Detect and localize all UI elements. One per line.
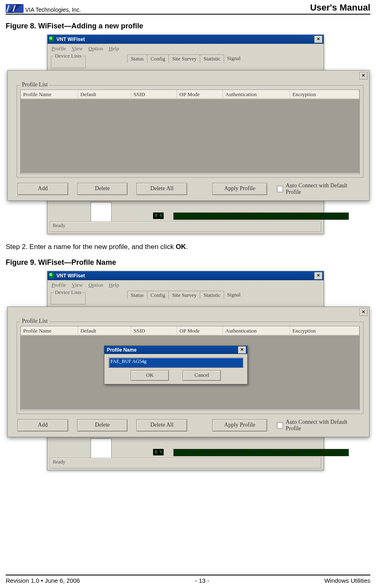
delete-all-button[interactable]: Delete All bbox=[136, 419, 187, 431]
figure9-title: Figure 9. WiFiset—Profile Name bbox=[6, 258, 370, 267]
device-slot bbox=[91, 202, 112, 224]
profile-dialog: × Profile List Profile Name Default SSID… bbox=[7, 70, 370, 201]
col-profile-name[interactable]: Profile Name bbox=[21, 90, 78, 99]
step2-bold: OK bbox=[176, 243, 186, 251]
menu-profile[interactable]: Profile bbox=[52, 282, 66, 288]
profile-name-input[interactable]: FAE_BUF AG54g bbox=[108, 357, 243, 368]
menu-option[interactable]: Option bbox=[89, 45, 103, 52]
col-profile-name[interactable]: Profile Name bbox=[21, 326, 78, 335]
tab-site-survey[interactable]: Site Survey bbox=[169, 54, 200, 63]
signal-track bbox=[173, 449, 349, 456]
figure8-stage: VNT WiFiset × Profile View Option Help D… bbox=[7, 34, 369, 233]
tab-config[interactable]: Config bbox=[147, 54, 169, 63]
tab-site-survey[interactable]: Site Survey bbox=[169, 291, 200, 299]
status-bar: Ready bbox=[50, 221, 321, 232]
col-op-mode[interactable]: OP Mode bbox=[177, 326, 223, 335]
cancel-button[interactable]: Cancel bbox=[183, 370, 221, 381]
window-title: VNT WiFiset bbox=[56, 273, 85, 279]
col-op-mode[interactable]: OP Mode bbox=[177, 90, 223, 99]
menu-view[interactable]: View bbox=[71, 45, 82, 52]
via-logo-icon bbox=[6, 4, 24, 13]
listview-body[interactable] bbox=[21, 99, 359, 173]
tab-status[interactable]: Status bbox=[127, 291, 147, 299]
col-default[interactable]: Default bbox=[78, 90, 131, 99]
profile-list-label: Profile List bbox=[20, 318, 49, 324]
listview-header: Profile Name Default SSID OP Mode Authen… bbox=[21, 326, 359, 336]
company-name: VIA Technologies, Inc. bbox=[25, 6, 81, 13]
close-icon[interactable]: × bbox=[314, 272, 322, 279]
signal-track bbox=[173, 212, 349, 220]
menubar: Profile View Option Help bbox=[48, 44, 324, 54]
step2-suffix: . bbox=[186, 243, 188, 251]
tab-config[interactable]: Config bbox=[147, 291, 169, 299]
menu-help[interactable]: Help bbox=[109, 45, 119, 52]
add-button[interactable]: Add bbox=[17, 183, 68, 195]
app-icon bbox=[49, 273, 55, 279]
col-authentication[interactable]: Authentication bbox=[223, 326, 290, 335]
col-encryption[interactable]: Encryption bbox=[290, 90, 359, 99]
auto-connect-label: Auto Connect with Default Profile bbox=[285, 182, 363, 195]
document-page: VIA Technologies, Inc. User's Manual Fig… bbox=[0, 0, 376, 588]
page-header: VIA Technologies, Inc. User's Manual bbox=[6, 2, 370, 15]
apply-profile-button[interactable]: Apply Profile bbox=[212, 419, 267, 431]
delete-button[interactable]: Delete bbox=[77, 183, 128, 195]
col-default[interactable]: Default bbox=[78, 326, 131, 335]
close-icon[interactable]: × bbox=[314, 36, 322, 43]
device-slot bbox=[91, 438, 112, 460]
step2-prefix: Step 2. Enter a name for the new profile… bbox=[6, 243, 176, 251]
tab-statistic[interactable]: Statistic bbox=[200, 291, 224, 299]
signal-percent: 0 % bbox=[153, 212, 164, 219]
col-ssid[interactable]: SSID bbox=[131, 326, 177, 335]
device-lists-label: Device Lists bbox=[54, 53, 82, 59]
col-authentication[interactable]: Authentication bbox=[223, 90, 290, 99]
menu-profile[interactable]: Profile bbox=[52, 45, 66, 52]
titlebar: VNT WiFiset × bbox=[48, 35, 324, 44]
col-encryption[interactable]: Encryption bbox=[290, 326, 359, 335]
signal-percent: 0 % bbox=[153, 449, 164, 455]
close-icon[interactable]: × bbox=[359, 72, 367, 79]
profile-listview[interactable]: Profile Name Default SSID OP Mode Authen… bbox=[20, 90, 360, 174]
window-title: VNT WiFiset bbox=[56, 36, 85, 42]
menu-option[interactable]: Option bbox=[89, 282, 103, 288]
profile-name-popup: Profile Name × FAE_BUF AG54g OK Cancel bbox=[104, 346, 248, 384]
dialog-buttons: Add Delete Delete All Apply Profile Auto… bbox=[17, 182, 363, 195]
dialog-buttons: Add Delete Delete All Apply Profile Auto… bbox=[17, 419, 363, 432]
col-ssid[interactable]: SSID bbox=[131, 90, 177, 99]
close-icon[interactable]: × bbox=[238, 346, 246, 354]
popup-titlebar: Profile Name × bbox=[104, 346, 247, 354]
tab-signal[interactable]: Signal bbox=[224, 291, 244, 299]
tab-status[interactable]: Status bbox=[127, 54, 147, 63]
auto-connect-option[interactable]: Auto Connect with Default Profile bbox=[277, 182, 363, 195]
footer-left: Revision 1.0 • June 6, 2006 bbox=[6, 577, 80, 584]
auto-connect-option[interactable]: Auto Connect with Default Profile bbox=[277, 419, 363, 432]
tab-signal[interactable]: Signal bbox=[224, 54, 244, 63]
checkbox-icon[interactable] bbox=[277, 186, 283, 192]
status-bar: Ready bbox=[50, 458, 321, 468]
add-button[interactable]: Add bbox=[17, 419, 68, 431]
popup-title-text: Profile Name bbox=[107, 347, 136, 353]
device-lists-label: Device Lists bbox=[54, 289, 82, 296]
tabs: Status Config Site Survey Statistic Sign… bbox=[127, 54, 243, 63]
profile-list-group: Profile List Profile Name Default SSID O… bbox=[17, 322, 363, 414]
tabs: Status Config Site Survey Statistic Sign… bbox=[127, 291, 243, 299]
menu-help[interactable]: Help bbox=[109, 282, 119, 288]
popup-buttons: OK Cancel bbox=[104, 370, 247, 381]
listview-header: Profile Name Default SSID OP Mode Authen… bbox=[21, 90, 359, 99]
delete-button[interactable]: Delete bbox=[77, 419, 128, 431]
profile-list-group: Profile List Profile Name Default SSID O… bbox=[17, 85, 363, 178]
apply-profile-button[interactable]: Apply Profile bbox=[212, 183, 267, 195]
ok-button[interactable]: OK bbox=[131, 370, 169, 381]
checkbox-icon[interactable] bbox=[277, 422, 283, 429]
app-icon bbox=[49, 36, 55, 42]
tab-statistic[interactable]: Statistic bbox=[200, 54, 224, 63]
header-left: VIA Technologies, Inc. bbox=[6, 4, 81, 13]
figure8-title: Figure 8. WiFiset—Adding a new profile bbox=[6, 22, 370, 30]
close-icon[interactable]: × bbox=[359, 309, 367, 316]
menubar: Profile View Option Help bbox=[48, 280, 324, 290]
footer-right: Windows Utilities bbox=[324, 577, 370, 584]
page-footer: Revision 1.0 • June 6, 2006 - 13 - Windo… bbox=[6, 575, 370, 584]
step2-text: Step 2. Enter a name for the new profile… bbox=[6, 243, 370, 251]
delete-all-button[interactable]: Delete All bbox=[136, 183, 187, 195]
menu-view[interactable]: View bbox=[71, 282, 82, 288]
titlebar: VNT WiFiset × bbox=[48, 271, 324, 280]
